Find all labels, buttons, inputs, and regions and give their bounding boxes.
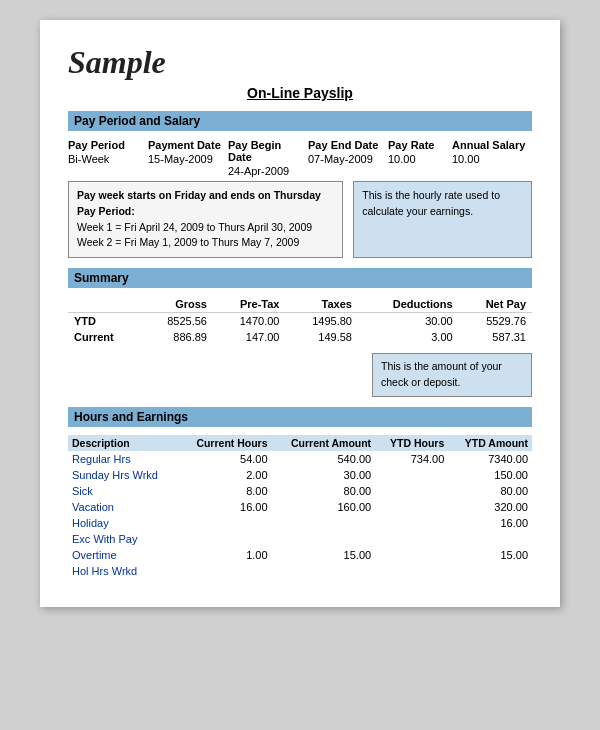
- hours-current-amount-header: Current Amount: [272, 435, 376, 451]
- hours-table: Description Current Hours Current Amount…: [68, 435, 532, 579]
- hours-cur-amt-6: 15.00: [272, 547, 376, 563]
- hours-ytd-amt-3: 320.00: [448, 499, 532, 515]
- tooltip-bold: Pay Period:: [77, 205, 135, 217]
- hours-row-3: Vacation 16.00 160.00 320.00: [68, 499, 532, 515]
- summary-current-gross: 886.89: [140, 329, 213, 345]
- hours-desc-7: Hol Hrs Wrkd: [68, 563, 178, 579]
- hours-ytd-amt-7: [448, 563, 532, 579]
- hours-cur-hrs-3: 16.00: [178, 499, 271, 515]
- hours-cur-amt-2: 80.00: [272, 483, 376, 499]
- payment-date-header: Payment Date: [148, 139, 228, 151]
- summary-current-deductions: 3.00: [358, 329, 459, 345]
- summary-current-netpay: 587.31: [459, 329, 532, 345]
- hours-cur-amt-0: 540.00: [272, 451, 376, 467]
- summary-th-gross: Gross: [140, 296, 213, 313]
- hours-cur-amt-4: [272, 515, 376, 531]
- summary-check-tooltip: This is the amount of your check or depo…: [372, 353, 532, 397]
- hours-cur-amt-5: [272, 531, 376, 547]
- pay-end-col: Pay End Date 07-May-2009: [308, 139, 388, 177]
- hours-cur-hrs-6: 1.00: [178, 547, 271, 563]
- hours-ytd-amt-4: 16.00: [448, 515, 532, 531]
- summary-ytd-gross: 8525.56: [140, 313, 213, 330]
- annual-salary-header: Annual Salary: [452, 139, 532, 151]
- summary-ytd-deductions: 30.00: [358, 313, 459, 330]
- hours-row-4: Holiday 16.00: [68, 515, 532, 531]
- hours-ytd-hours-header: YTD Hours: [375, 435, 448, 451]
- tooltip-row: Pay week starts on Friday and ends on Th…: [68, 181, 532, 258]
- hours-desc-2: Sick: [68, 483, 178, 499]
- hours-ytd-hrs-5: [375, 531, 448, 547]
- summary-table: Gross Pre-Tax Taxes Deductions Net Pay Y…: [68, 296, 532, 345]
- summary-ytd-row: YTD 8525.56 1470.00 1495.80 30.00 5529.7…: [68, 313, 532, 330]
- hours-row-2: Sick 8.00 80.00 80.00: [68, 483, 532, 499]
- hours-desc-6: Overtime: [68, 547, 178, 563]
- tooltip-week1: Week 1 = Fri April 24, 2009 to Thurs Apr…: [77, 221, 312, 233]
- pay-rate-header: Pay Rate: [388, 139, 452, 151]
- pay-begin-col: Pay Begin Date 24-Apr-2009: [228, 139, 308, 177]
- hours-row-5: Exc With Pay: [68, 531, 532, 547]
- pay-end-value: 07-May-2009: [308, 153, 388, 165]
- summary-ytd-netpay: 5529.76: [459, 313, 532, 330]
- hours-desc-4: Holiday: [68, 515, 178, 531]
- hours-ytd-hrs-7: [375, 563, 448, 579]
- payment-date-value: 15-May-2009: [148, 153, 228, 165]
- hours-ytd-amt-0: 7340.00: [448, 451, 532, 467]
- hours-section: Hours and Earnings Description Current H…: [68, 407, 532, 579]
- summary-current-label: Current: [68, 329, 140, 345]
- summary-current-pretax: 147.00: [213, 329, 286, 345]
- pay-period-value: Bi-Week: [68, 153, 148, 165]
- pay-rate-value: 10.00: [388, 153, 452, 165]
- payslip-page: Sample On-Line Payslip Pay Period and Sa…: [40, 20, 560, 607]
- tooltip-week2: Week 2 = Fri May 1, 2009 to Thurs May 7,…: [77, 236, 299, 248]
- tooltip-line1: Pay week starts on Friday and ends on Th…: [77, 189, 321, 201]
- hours-cur-amt-3: 160.00: [272, 499, 376, 515]
- hours-desc-0: Regular Hrs: [68, 451, 178, 467]
- hours-cur-hrs-0: 54.00: [178, 451, 271, 467]
- summary-header: Summary: [68, 268, 532, 288]
- pay-period-col: Pay Period Bi-Week: [68, 139, 148, 177]
- pay-rate-col: Pay Rate 10.00: [388, 139, 452, 177]
- hours-desc-3: Vacation: [68, 499, 178, 515]
- summary-th-label: [68, 296, 140, 313]
- pay-period-headers-row: Pay Period Bi-Week Payment Date 15-May-2…: [68, 139, 532, 177]
- hours-ytd-amt-6: 15.00: [448, 547, 532, 563]
- hours-col-header-row: Description Current Hours Current Amount…: [68, 435, 532, 451]
- hours-ytd-hrs-1: [375, 467, 448, 483]
- hours-ytd-amt-5: [448, 531, 532, 547]
- summary-ytd-pretax: 1470.00: [213, 313, 286, 330]
- hours-row-0: Regular Hrs 54.00 540.00 734.00 7340.00: [68, 451, 532, 467]
- hours-ytd-hrs-2: [375, 483, 448, 499]
- pay-period-section: Pay Period and Salary Pay Period Bi-Week…: [68, 111, 532, 258]
- hours-cur-hrs-7: [178, 563, 271, 579]
- annual-salary-value: 10.00: [452, 153, 532, 165]
- payslip-title: On-Line Payslip: [68, 85, 532, 101]
- pay-period-col-header: Pay Period: [68, 139, 148, 151]
- hours-cur-hrs-5: [178, 531, 271, 547]
- hours-cur-amt-7: [272, 563, 376, 579]
- hours-desc-5: Exc With Pay: [68, 531, 178, 547]
- hours-cur-hrs-2: 8.00: [178, 483, 271, 499]
- summary-table-header-row: Gross Pre-Tax Taxes Deductions Net Pay: [68, 296, 532, 313]
- pay-period-header: Pay Period and Salary: [68, 111, 532, 131]
- summary-ytd-taxes: 1495.80: [285, 313, 358, 330]
- hours-ytd-amt-1: 150.00: [448, 467, 532, 483]
- summary-section: Summary Gross Pre-Tax Taxes Deductions N…: [68, 268, 532, 397]
- summary-th-taxes: Taxes: [285, 296, 358, 313]
- hours-current-hours-header: Current Hours: [178, 435, 271, 451]
- hours-ytd-amt-2: 80.00: [448, 483, 532, 499]
- hours-header: Hours and Earnings: [68, 407, 532, 427]
- pay-rate-tooltip: This is the hourly rate used to calculat…: [353, 181, 532, 258]
- hours-ytd-hrs-3: [375, 499, 448, 515]
- hours-cur-amt-1: 30.00: [272, 467, 376, 483]
- pay-begin-value: 24-Apr-2009: [228, 165, 308, 177]
- pay-period-tooltip: Pay week starts on Friday and ends on Th…: [68, 181, 343, 258]
- summary-th-deductions: Deductions: [358, 296, 459, 313]
- hours-ytd-hrs-0: 734.00: [375, 451, 448, 467]
- hours-desc-1: Sunday Hrs Wrkd: [68, 467, 178, 483]
- summary-ytd-label: YTD: [68, 313, 140, 330]
- hours-row-7: Hol Hrs Wrkd: [68, 563, 532, 579]
- annual-salary-col: Annual Salary 10.00: [452, 139, 532, 177]
- summary-current-taxes: 149.58: [285, 329, 358, 345]
- pay-begin-header: Pay Begin Date: [228, 139, 308, 163]
- hours-ytd-hrs-4: [375, 515, 448, 531]
